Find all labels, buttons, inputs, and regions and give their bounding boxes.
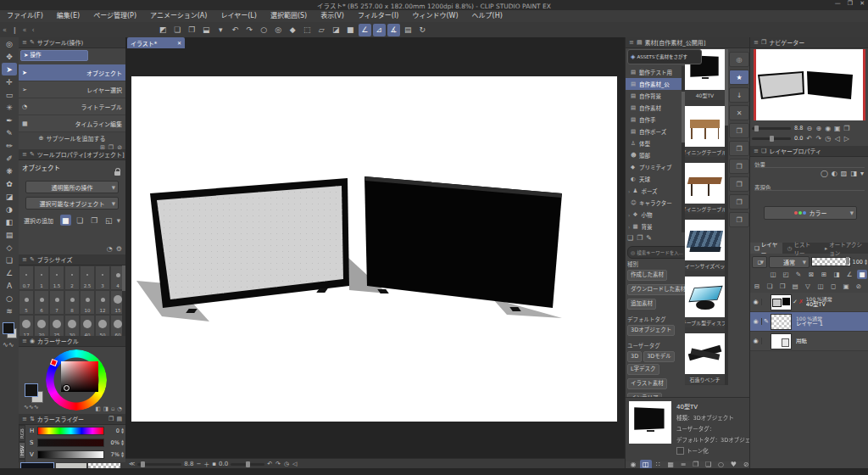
- brush-tool-icon[interactable]: ✐: [2, 152, 17, 165]
- zoom-in-button[interactable]: ＋: [203, 460, 209, 468]
- collapse-left-icon[interactable]: «: [3, 26, 7, 34]
- edit-folder-icon[interactable]: ✎: [646, 234, 652, 242]
- subtool-item[interactable]: ➤ オブジェクト: [19, 64, 125, 81]
- gradient-tool-icon[interactable]: ▤: [2, 228, 17, 241]
- layer-row[interactable]: ◉ 用紙: [750, 332, 868, 351]
- airbrush-tool-icon[interactable]: ❋: [2, 165, 17, 177]
- material-scrollbar[interactable]: [725, 49, 728, 385]
- undo-icon[interactable]: ↶: [229, 24, 242, 36]
- slider-spinner[interactable]: ▲▼: [121, 439, 124, 446]
- scroll-left-icon[interactable]: ‹: [32, 26, 35, 34]
- selection-border-icon[interactable]: ⬚: [301, 24, 314, 36]
- snap-to-ruler-icon[interactable]: ∠: [359, 24, 371, 36]
- menu-item[interactable]: アニメーション(A): [143, 10, 214, 22]
- extract-line-icon[interactable]: ▨: [841, 170, 848, 177]
- brush-size-cell[interactable]: 6: [34, 290, 49, 315]
- palette-option-icon[interactable]: ◨: [103, 405, 108, 412]
- material-folder-item[interactable]: › ▦ 背景: [626, 221, 682, 232]
- download-folder-icon[interactable]: ↓: [729, 87, 749, 103]
- layer-visible-icon[interactable]: ◉: [750, 318, 762, 325]
- pen-tool-icon[interactable]: ✎: [2, 126, 17, 139]
- hand-tool-icon[interactable]: ✥: [2, 50, 17, 63]
- menu-item[interactable]: ウィンドウ(W): [405, 10, 465, 22]
- close-button[interactable]: ✕: [860, 0, 865, 10]
- zoom-out-button[interactable]: −: [196, 461, 201, 467]
- brush-size-cell[interactable]: 30: [64, 315, 80, 336]
- material-folder-item[interactable]: ☻ 頭部: [626, 149, 682, 161]
- navigator-zoom-slider[interactable]: [752, 127, 791, 130]
- deselect-icon[interactable]: ○: [258, 24, 270, 36]
- subtool-item[interactable]: ➢ レイヤー選択: [19, 81, 125, 98]
- material-folder-item[interactable]: ♙ 体型: [626, 137, 682, 149]
- ruler-tool-icon[interactable]: ∠: [2, 266, 17, 279]
- material-folder-item[interactable]: ▤ 動作テスト用: [626, 66, 682, 78]
- layer-panel-tab[interactable]: ◷ ヒストリー: [783, 243, 820, 254]
- material-item[interactable]: ダイニングテーブル(: [685, 163, 725, 220]
- slider-spinner[interactable]: ▲▼: [121, 451, 124, 458]
- new-canvas-icon[interactable]: ❏: [171, 24, 184, 36]
- maximize-button[interactable]: ❐: [848, 0, 853, 10]
- apply-mask-icon[interactable]: ▣: [841, 282, 851, 291]
- layer-color-swatch-icon[interactable]: ■: [857, 270, 867, 279]
- material-property-icon[interactable]: ▤: [402, 24, 415, 36]
- eraser-tool-icon[interactable]: ◪: [2, 190, 17, 203]
- rotation-slider[interactable]: [231, 463, 264, 466]
- zoom-slider[interactable]: [137, 463, 181, 466]
- menu-item[interactable]: レイヤー(L): [214, 10, 263, 22]
- subtool-group-tab[interactable]: ➤ 操作: [20, 50, 88, 61]
- panel-menu-icon[interactable]: ≡: [22, 338, 27, 344]
- menu-item[interactable]: 選択範囲(S): [264, 10, 314, 22]
- panel-menu-icon[interactable]: ≡: [22, 416, 27, 422]
- reset-view-icon[interactable]: ◷: [284, 461, 289, 467]
- lock-layer-icon[interactable]: ⊠: [806, 270, 816, 279]
- material-folder-item[interactable]: › ♟ ポーズ: [626, 185, 682, 197]
- material-folder-item[interactable]: ▤ 自作ポーズ: [626, 126, 682, 137]
- enable-mask-icon[interactable]: ◨: [832, 270, 842, 279]
- color-model-tab[interactable]: HSV: [19, 442, 25, 459]
- menu-item[interactable]: 表示(V): [314, 10, 351, 22]
- user-tag-button[interactable]: イラスト素材: [627, 378, 667, 389]
- decoration-tool-icon[interactable]: ✿: [2, 177, 17, 190]
- collapse-left2-icon[interactable]: «: [23, 26, 27, 34]
- close-document-icon[interactable]: ✕: [177, 40, 181, 46]
- brush-size-cell[interactable]: 40: [80, 315, 95, 336]
- open-file-icon[interactable]: ❐: [186, 24, 198, 36]
- thumbnail-settings-icon[interactable]: ◫: [768, 270, 778, 279]
- brush-size-cell[interactable]: 2: [64, 265, 80, 290]
- material-folder-item[interactable]: › ❖ 小物: [626, 209, 682, 221]
- rotate-right-icon[interactable]: ↷: [814, 134, 823, 143]
- clip-at-layer-below-icon[interactable]: ◰: [781, 270, 791, 279]
- snap-to-special-ruler-icon[interactable]: ⊿: [373, 24, 386, 36]
- kind-filter-button[interactable]: 作成した素材: [627, 270, 667, 281]
- transparent-color-swatch[interactable]: ∿∿∿: [24, 404, 39, 411]
- folder-shortcut-3-icon[interactable]: ❐: [729, 159, 749, 174]
- panel-list-icon[interactable]: ⊟: [752, 282, 762, 291]
- menu-item[interactable]: ファイル(F): [0, 10, 50, 22]
- figure-tool-icon[interactable]: ◇: [2, 241, 17, 254]
- material-item[interactable]: 石造りベンチ: [685, 333, 725, 385]
- operation-tool-icon[interactable]: ➤: [2, 63, 17, 75]
- rotate-view-icon[interactable]: ↻: [416, 24, 429, 36]
- ruler-range-icon[interactable]: ∠: [844, 270, 854, 279]
- tone-checkbox[interactable]: [676, 447, 684, 455]
- delete-layer-icon[interactable]: ⊘: [854, 282, 864, 291]
- transparent-area-dropdown[interactable]: 透明箇所の操作▼: [25, 181, 119, 193]
- folder-shortcut-4-icon[interactable]: ❐: [729, 176, 749, 192]
- draft-layer-icon[interactable]: ✎: [793, 270, 804, 279]
- flip-horizontal-icon[interactable]: ◁: [832, 134, 842, 143]
- move-layer-tool-icon[interactable]: ✛: [2, 75, 17, 88]
- fit-to-window-icon[interactable]: ◉: [823, 124, 832, 133]
- main-color-swatch[interactable]: [25, 383, 38, 397]
- brush-size-cell[interactable]: 12: [95, 290, 110, 315]
- material-folder-item[interactable]: ▤ 自作手: [626, 114, 682, 126]
- snap-to-grid-icon[interactable]: ∡: [387, 24, 400, 36]
- border-effect-icon[interactable]: ◯: [821, 170, 828, 177]
- layer-row[interactable]: ◉ ✎ 100 %通常 レイヤー 1: [750, 312, 868, 332]
- zoom-tool-icon[interactable]: ◎: [2, 37, 17, 50]
- selectable-object-dropdown[interactable]: 選択可能なオブジェクト▼: [25, 197, 119, 210]
- frame-border-tool-icon[interactable]: ❏: [2, 254, 17, 266]
- user-tag-button[interactable]: 3D: [627, 351, 642, 362]
- material-folder-item[interactable]: ▤ 自作背景: [626, 90, 682, 102]
- folder-shortcut-1-icon[interactable]: ❐: [729, 123, 749, 138]
- opacity-spinner[interactable]: ▲▼: [865, 259, 867, 265]
